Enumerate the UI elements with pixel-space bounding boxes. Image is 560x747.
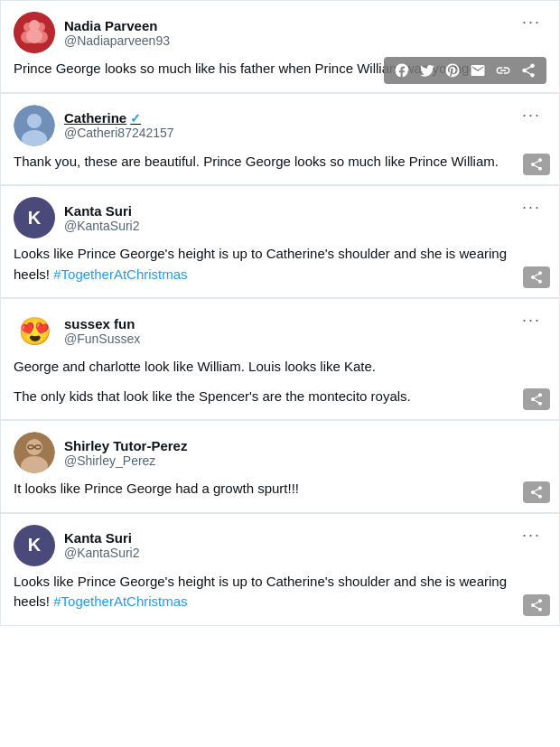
user-info-catherine: Catherine ✓ @Catheri87242157 <box>64 110 174 140</box>
share-all-icon[interactable] <box>516 61 541 80</box>
tweet-header-shirley: Shirley Tutor-Perez @Shirley_Perez <box>14 432 546 473</box>
share-icon-catherine[interactable] <box>523 154 550 175</box>
username-nadia: Nadia Parveen <box>64 18 170 33</box>
avatar-shirley <box>14 432 55 473</box>
tweet-header-kanta2: K Kanta Suri @KantaSuri2 ··· <box>14 525 546 566</box>
user-info-kanta2: Kanta Suri @KantaSuri2 <box>64 530 139 560</box>
tweet-header-catherine: Catherine ✓ @Catheri87242157 ··· <box>14 105 546 146</box>
tweet-header-nadia: Nadia Parveen @Nadiaparveen93 ··· <box>14 12 546 53</box>
more-button-catherine[interactable]: ··· <box>517 105 546 125</box>
handle-kanta2: @KantaSuri2 <box>64 546 139 560</box>
tweet-body-shirley: It looks like Prince George had a growth… <box>14 479 546 500</box>
user-info-sussex: sussex fun @FunSussex <box>64 316 140 346</box>
sussex-line2: The only kids that look like the Spencer… <box>14 387 546 407</box>
tweet-header-left-catherine: Catherine ✓ @Catheri87242157 <box>14 105 174 146</box>
avatar-sussex: 😍 <box>14 310 55 351</box>
handle-catherine: @Catheri87242157 <box>64 126 174 140</box>
pinterest-share-icon[interactable] <box>440 61 465 80</box>
user-info-shirley: Shirley Tutor-Perez @Shirley_Perez <box>64 438 187 468</box>
username-kanta2: Kanta Suri <box>64 530 139 546</box>
share-icon-kanta2[interactable] <box>523 594 550 616</box>
tweet-body-kanta2: Looks like Prince George's height is up … <box>14 572 546 612</box>
share-icon-kanta1[interactable] <box>523 266 550 288</box>
tweet-header-left-shirley: Shirley Tutor-Perez @Shirley_Perez <box>14 432 187 473</box>
handle-nadia: @Nadiaparveen93 <box>64 33 170 48</box>
username-sussex: sussex fun <box>64 316 140 331</box>
tweet-body-kanta1: Looks like Prince George's height is up … <box>14 244 546 285</box>
more-button-kanta2[interactable]: ··· <box>517 525 546 545</box>
handle-kanta1: @KantaSuri2 <box>64 219 139 233</box>
svg-point-6 <box>26 29 42 43</box>
facebook-share-icon[interactable] <box>389 61 415 80</box>
username-catherine: Catherine ✓ <box>64 110 174 126</box>
tweet-kanta1: K Kanta Suri @KantaSuri2 ··· Looks like … <box>0 185 560 298</box>
tweet-kanta2: K Kanta Suri @KantaSuri2 ··· Looks like … <box>0 513 560 626</box>
tweet-header-kanta1: K Kanta Suri @KantaSuri2 ··· <box>14 197 546 238</box>
avatar-kanta1: K <box>14 197 55 238</box>
handle-sussex: @FunSussex <box>64 331 140 346</box>
more-button-nadia[interactable]: ··· <box>517 12 546 32</box>
tweet-body-catherine: Thank you, these are beautiful. Prince G… <box>14 152 546 173</box>
tweet-nadia: Nadia Parveen @Nadiaparveen93 ··· Prince… <box>0 0 560 93</box>
tweet-header-left-kanta2: K Kanta Suri @KantaSuri2 <box>14 525 139 566</box>
tweet-header-left-sussex: 😍 sussex fun @FunSussex <box>14 310 140 351</box>
avatar-nadia <box>14 12 55 53</box>
hashtag-kanta2: #TogetherAtChristmas <box>53 593 187 609</box>
hashtag-kanta1: #TogetherAtChristmas <box>53 266 187 282</box>
link-share-icon[interactable] <box>490 61 516 80</box>
sussex-line1: George and charlotte look like William. … <box>14 357 546 378</box>
more-button-sussex[interactable]: ··· <box>517 310 546 330</box>
more-button-kanta1[interactable]: ··· <box>517 197 546 217</box>
share-bar-nadia[interactable] <box>384 57 546 84</box>
tweet-header-sussex: 😍 sussex fun @FunSussex ··· <box>14 310 546 351</box>
tweet-sussex: 😍 sussex fun @FunSussex ··· George and c… <box>0 298 560 420</box>
share-icon-shirley[interactable] <box>523 481 550 503</box>
twitter-share-icon[interactable] <box>415 61 440 80</box>
tweet-catherine: Catherine ✓ @Catheri87242157 ··· Thank y… <box>0 93 560 186</box>
tweet-header-left-kanta1: K Kanta Suri @KantaSuri2 <box>14 197 139 238</box>
share-icon-sussex[interactable] <box>523 388 550 410</box>
avatar-kanta2: K <box>14 525 55 566</box>
user-info-kanta1: Kanta Suri @KantaSuri2 <box>64 203 139 233</box>
user-info-nadia: Nadia Parveen @Nadiaparveen93 <box>64 18 170 48</box>
username-shirley: Shirley Tutor-Perez <box>64 438 187 453</box>
tweet-body-sussex: George and charlotte look like William. … <box>14 357 546 406</box>
email-share-icon[interactable] <box>465 61 490 80</box>
tweet-header-left: Nadia Parveen @Nadiaparveen93 <box>14 12 170 53</box>
handle-shirley: @Shirley_Perez <box>64 453 187 468</box>
svg-point-8 <box>27 114 42 128</box>
verified-badge-catherine: ✓ <box>130 111 141 126</box>
username-kanta1: Kanta Suri <box>64 203 139 219</box>
tweet-shirley: Shirley Tutor-Perez @Shirley_Perez It lo… <box>0 420 560 513</box>
avatar-catherine <box>14 105 55 146</box>
